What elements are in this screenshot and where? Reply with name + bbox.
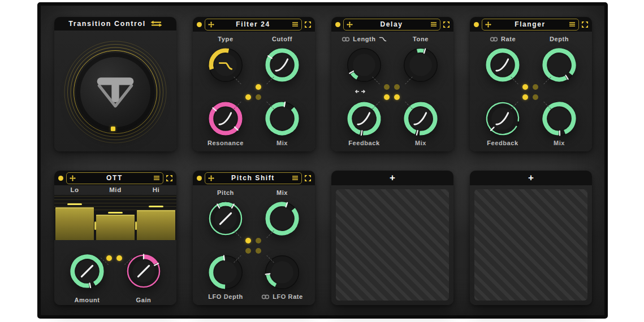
knob-face [80, 57, 150, 127]
chain-icon[interactable] [490, 37, 498, 42]
transit-t-logo [93, 69, 138, 115]
cutoff-label: Cutoff [249, 35, 315, 43]
mix-knob[interactable] [265, 101, 300, 136]
tone-knob[interactable] [403, 47, 438, 82]
mod-slot-dot[interactable] [256, 84, 261, 90]
mod-slot-dots [518, 80, 542, 104]
mod-slot-dot[interactable] [245, 248, 251, 254]
mod-slot-dot[interactable] [522, 84, 528, 90]
module-title-box[interactable]: Filter 24 [205, 19, 302, 31]
mix-knob[interactable] [265, 201, 300, 236]
mod-slot-dot[interactable] [384, 94, 390, 100]
band-level-bar[interactable] [96, 215, 135, 240]
band-divider-handle[interactable] [135, 221, 137, 230]
knob-label-text: LFO Depth [208, 293, 243, 300]
feedback-knob[interactable] [485, 101, 520, 136]
band-level-bar[interactable] [55, 207, 94, 240]
knob-label-text: Feedback [348, 140, 380, 146]
feedback-knob[interactable] [347, 101, 382, 136]
mod-slot-dot[interactable] [245, 238, 251, 243]
mod-slot-dots [380, 80, 404, 104]
chain-icon[interactable] [261, 294, 270, 299]
mod-slot-dot[interactable] [394, 84, 400, 90]
led-indicator[interactable] [197, 176, 202, 181]
band-divider-handle[interactable] [94, 221, 96, 230]
menu-icon[interactable] [430, 21, 437, 27]
move-icon[interactable] [208, 21, 214, 28]
module-title-box[interactable]: Delay [343, 19, 440, 31]
move-icon[interactable] [208, 175, 214, 181]
menu-icon[interactable] [292, 175, 299, 181]
mod-slot-dot[interactable] [116, 255, 122, 261]
knob-label-text: Mix [276, 140, 288, 146]
swap-arrows-icon[interactable] [150, 20, 162, 27]
resonance-knob[interactable] [208, 101, 243, 136]
expand-icon[interactable] [443, 21, 449, 28]
mod-slot-dot[interactable] [256, 238, 261, 243]
gain-knob[interactable] [126, 254, 161, 289]
left-right-arrows-icon[interactable] [354, 86, 366, 96]
expand-icon[interactable] [305, 21, 311, 28]
band-column-mid[interactable] [95, 195, 136, 240]
lfo-rate-knob[interactable] [265, 255, 300, 290]
mod-slot-dot[interactable] [522, 94, 528, 100]
length-knob[interactable] [347, 47, 382, 82]
module-title-box[interactable]: Flanger [482, 19, 579, 31]
move-icon[interactable] [485, 21, 491, 28]
menu-icon[interactable] [292, 21, 299, 27]
band-level-bar[interactable] [137, 210, 175, 240]
expand-icon[interactable] [166, 175, 172, 181]
multiband-meter[interactable] [54, 195, 176, 240]
add-module-button[interactable]: + [390, 173, 395, 183]
mod-slot-dot[interactable] [533, 94, 538, 100]
led-indicator[interactable] [335, 22, 340, 27]
resonance-label: Resonance [193, 139, 258, 147]
add-module-button[interactable]: + [528, 173, 534, 183]
expand-icon[interactable] [305, 175, 311, 181]
module-header: Pitch Shift [193, 171, 315, 185]
led-indicator[interactable] [58, 176, 63, 181]
mod-slot-dot[interactable] [256, 94, 261, 100]
knob-label-text: Depth [550, 36, 569, 42]
knob-label-text: Mix [276, 189, 288, 196]
chain-icon[interactable] [342, 37, 350, 42]
mod-slot-dot[interactable] [245, 94, 251, 100]
rate-knob[interactable] [485, 47, 520, 82]
mod-slot-dot[interactable] [106, 255, 112, 261]
mod-slot-dot[interactable] [533, 84, 538, 90]
type-knob[interactable] [208, 47, 243, 82]
mod-slot-dot[interactable] [256, 248, 261, 254]
mod-slot-dots [241, 234, 265, 258]
amount-label: Amount [54, 296, 120, 304]
mod-slot-dot[interactable] [394, 94, 400, 100]
band-column-lo[interactable] [54, 195, 95, 240]
expand-icon[interactable] [582, 21, 588, 28]
module-header: Delay [331, 17, 453, 32]
menu-icon[interactable] [569, 21, 576, 27]
band-threshold-marker[interactable] [108, 212, 123, 214]
band-column-hi[interactable] [136, 195, 176, 240]
cutoff-knob[interactable] [265, 47, 300, 82]
knob-label-text: Cutoff [272, 36, 292, 42]
led-indicator[interactable] [197, 22, 202, 27]
menu-icon[interactable] [153, 175, 160, 181]
knob-label-text: Mix [554, 140, 565, 146]
knob-label-text: Length [353, 36, 375, 42]
lfo-depth-knob[interactable] [208, 255, 243, 290]
amount-knob[interactable] [70, 254, 105, 289]
mix-knob[interactable] [542, 101, 577, 136]
module-title-box[interactable]: Pitch Shift [205, 172, 302, 184]
band-label-hi: Hi [136, 186, 176, 195]
mod-slot-dot[interactable] [384, 84, 390, 90]
mix-knob[interactable] [403, 101, 438, 136]
depth-knob[interactable] [542, 47, 577, 82]
pitch-knob[interactable] [208, 201, 243, 236]
move-icon[interactable] [70, 175, 76, 181]
band-threshold-marker[interactable] [149, 206, 163, 207]
band-threshold-marker[interactable] [67, 203, 82, 205]
module-header: Filter 24 [193, 17, 315, 32]
module-title: Delay [355, 20, 428, 28]
led-indicator[interactable] [474, 22, 479, 27]
move-icon[interactable] [347, 21, 353, 28]
module-title-box[interactable]: OTT [66, 172, 163, 184]
